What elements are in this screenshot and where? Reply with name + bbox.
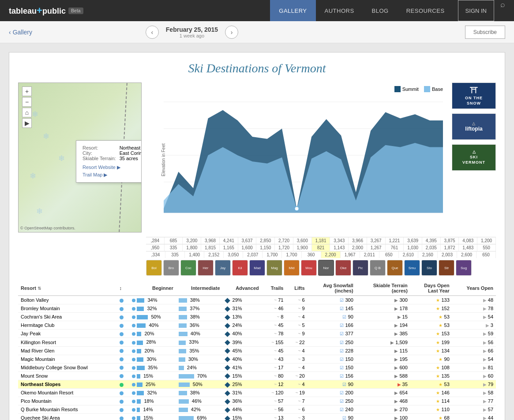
trail-map-link[interactable]: Trail Map ▶ [83,172,142,178]
resort-logo[interactable]: Mag [266,260,282,276]
snowfall-cell: ☑ 250 [308,397,356,405]
nav-gallery[interactable]: GALLERY [270,0,315,21]
beginner-cell: 40% [129,321,176,330]
map-background: ❄ ❄ ❄ ❄ ❄ + − ⌂ ▶ [19,83,141,232]
stat-cell: 2,600 [457,251,476,258]
snowfall-cell: ☑ 300 [308,296,356,304]
resort-logo[interactable]: Sto [421,260,437,276]
trails-cell: ~ 43 [262,355,286,363]
stat-cell: 4,241 [220,237,238,244]
resort-logo[interactable]: Mou [301,260,317,276]
skivermont-logo[interactable]: △ SKI VERMONT [452,144,496,171]
base-color [424,86,430,92]
resort-logo[interactable]: Nor [318,260,334,276]
years-cell: ▶ 54 [452,355,496,363]
table-row[interactable]: Middlebury College Snow Bowl 35% 24% 41%… [18,363,496,371]
beginner-cell: 14% [129,405,176,414]
resort-logo[interactable]: Str [439,260,454,276]
resort-logo[interactable]: Bro [163,260,179,276]
days-cell: ★ 53 [410,313,452,321]
table-row[interactable]: Pico Mountain 18% 46% 36% ~ 57 ~ 7 ☑ 250 [18,397,496,405]
stat-cell: 1,221 [386,237,404,244]
terrain-cell: ▶ 300 [356,296,410,304]
gallery-back-link[interactable]: ‹ Gallery [9,29,32,36]
nav-authors[interactable]: AUTHORS [316,0,363,21]
table-row[interactable]: Bolton Valley 34% 38% 29% ~ 71 ~ 6 ☑ 300 [18,296,496,304]
lifts-cell: ~ 3 [286,355,307,363]
top-navigation: tableau+public Beta GALLERY AUTHORS BLOG… [0,0,514,21]
lifts-cell: ~ 20 [286,371,307,380]
prev-button[interactable]: ‹ [146,26,159,39]
date-display: February 25, 2015 1 week ago [166,26,218,38]
nav-blog[interactable]: BLOG [363,0,398,21]
subscribe-button[interactable]: Subscribe [465,26,505,39]
sort-header[interactable]: ↕ [117,281,130,296]
days-cell: ★ 134 [410,346,452,355]
zoom-out-button[interactable]: − [22,97,32,107]
resort-logo[interactable]: Mad [249,260,265,276]
resort-logo[interactable]: Pic [353,260,368,276]
nav-resources[interactable]: RESOURCES [398,0,454,21]
resort-logo[interactable]: Jay [215,260,231,276]
resort-logo[interactable]: Q B [370,260,386,276]
liftopia-logo[interactable]: △ liftopia [452,113,496,140]
logo[interactable]: tableau+public Beta [9,5,83,16]
snowfall-cell: ☑ 90 [308,380,356,388]
table-row[interactable]: Quechee Ski Area 15% 69% 15% ~ 13 ~ 3 ☑ … [18,414,496,420]
data-table: Resort ⇅ ↕ Beginner Intermediate Advance… [18,281,496,420]
terrain-cell: ▶ 588 [356,371,410,380]
resort-logo[interactable]: Que [387,260,403,276]
resort-logo[interactable]: Kil [232,260,248,276]
resort-name: Mad River Glen [18,346,117,355]
advanced-cell: 15% [223,371,262,380]
stat-cell: 1,700 [282,251,301,258]
stat-cell: 335 [165,251,185,258]
sign-in-button[interactable]: SIGN IN [458,0,494,21]
resort-name: Killington Resort [18,338,117,346]
table-row[interactable]: Northeast Slopes 25% 50% 25% ~ 12 ~ 4 ☑ … [18,380,496,388]
resort-logo[interactable]: Her [198,260,214,276]
zoom-in-button[interactable]: + [22,86,32,96]
table-row[interactable]: Okemo Mountain Resort 32% 38% 31% ~ 120 … [18,389,496,397]
table-row[interactable]: Q Burke Mountain Resorts 14% 42% 44% ~ 5… [18,405,496,414]
trails-cell: ~ 120 [262,389,286,397]
search-icon[interactable]: ⌕ [500,0,505,21]
table-row[interactable]: Bromley Mountain 32% 37% 31% ~ 46 ~ 9 ☑ … [18,304,496,313]
stat-cell: 1,600 [238,244,257,251]
table-row[interactable]: Jay Peak 20% 40% 40% ~ 78 ~ 9 ☑ 377 [18,330,496,338]
table-row[interactable]: Mount Snow 15% 70% 15% ~ 80 ~ 20 ☑ 156 [18,371,496,380]
advanced-cell: 36% [223,397,262,405]
resort-logo[interactable]: Bol [146,260,162,276]
stat-cell: 3,875 [441,237,459,244]
days-cell: ★ 135 [410,371,452,380]
resort-logo[interactable]: Coc [180,260,196,276]
stat-cell: 1,181 [312,237,330,244]
table-row[interactable]: Killington Resort 28% 33% 39% ~ 155 ~ 22… [18,338,496,346]
chart-legend: Summit Base [394,86,443,92]
table-row[interactable]: Magic Mountain 30% 30% 40% ~ 43 ~ 3 ☑ 15… [18,355,496,363]
resort-header[interactable]: Resort ⇅ [18,281,117,296]
snowfall-cell: ☑ 250 [308,338,356,346]
resort-name: Magic Mountain [18,355,117,363]
table-row[interactable]: Hermitage Club 40% 36% 24% ~ 45 ~ 5 ☑ 16… [18,321,496,330]
resort-logo[interactable]: Mid [284,260,300,276]
terrain-label: Skiable Terrain: [83,156,120,161]
resort-logo[interactable]: Sug [456,260,472,276]
pan-button[interactable]: ▶ [22,118,32,128]
stat-cell: 1,800 [183,244,201,251]
base-label: Base [432,86,443,92]
advanced-cell: 13% [223,313,262,321]
resort-logo[interactable]: Smu [404,260,420,276]
resort-logo[interactable]: Oke [335,260,351,276]
next-button[interactable]: › [225,26,238,39]
onthesnow-logo[interactable]: ⛩ ON THE SNOW [452,82,496,109]
beginner-cell: 15% [129,414,176,420]
table-row[interactable]: Mad River Glen 20% 35% 45% ~ 45 ~ 4 ☑ 22… [18,346,496,355]
table-row[interactable]: Cochran's Ski Area 50% 38% 13% ~ 8 ~ 4 ☑… [18,313,496,321]
intermediate-cell: 46% [176,397,223,405]
snowfall-cell: ☑ 156 [308,371,356,380]
resort-website-link[interactable]: Resort Website ▶ [83,165,142,170]
resort-name: Bolton Valley [18,296,117,304]
home-button[interactable]: ⌂ [22,108,32,117]
years-header: Years Open [452,281,496,296]
